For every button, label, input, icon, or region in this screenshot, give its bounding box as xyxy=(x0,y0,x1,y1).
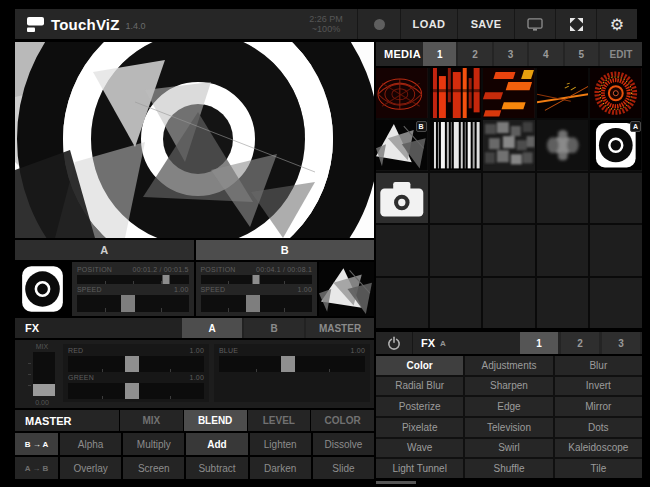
fx-power-button[interactable] xyxy=(376,332,413,354)
save-button[interactable]: SAVE xyxy=(457,9,514,39)
effect-button-posterize[interactable]: Posterize xyxy=(376,397,463,416)
master-tab-level[interactable]: LEVEL xyxy=(248,410,311,431)
media-slot-empty[interactable] xyxy=(483,278,535,328)
media-thumb-gray-symmetric-blob[interactable] xyxy=(537,120,589,170)
effect-button-adjustments[interactable]: Adjustments xyxy=(465,356,552,375)
blend-mode-screen[interactable]: Screen xyxy=(123,457,184,479)
media-slot-empty[interactable] xyxy=(430,173,482,223)
media-tab-2[interactable]: 2 xyxy=(458,42,491,66)
media-thumb-gray-noise-blocks[interactable] xyxy=(483,120,535,170)
effect-button-kaleidoscope[interactable]: Kaleidoscope xyxy=(555,439,642,458)
deck-b-position-slider[interactable] xyxy=(201,275,313,284)
media-slot-empty[interactable] xyxy=(430,278,482,328)
media-slot-camera[interactable] xyxy=(376,173,428,223)
effect-button-shuffle[interactable]: Shuffle xyxy=(465,459,552,478)
media-thumb-white-barcode-bars[interactable] xyxy=(430,120,482,170)
speed-handle[interactable] xyxy=(246,295,260,312)
media-slot-empty[interactable] xyxy=(376,278,428,328)
media-thumb-red-radial-burst[interactable] xyxy=(590,68,642,118)
effect-button-tile[interactable]: Tile xyxy=(555,459,642,478)
effect-button-radial-blur[interactable]: Radial Blur xyxy=(376,377,463,396)
deck-b-speed-slider[interactable] xyxy=(201,295,313,312)
media-thumb-orange-light-streaks[interactable] xyxy=(537,68,589,118)
external-display-button[interactable] xyxy=(514,9,555,39)
media-slot-empty[interactable] xyxy=(537,173,589,223)
fx-panel-tab-2[interactable]: 2 xyxy=(561,332,599,354)
master-tab-mix[interactable]: MIX xyxy=(120,410,183,431)
deck-b-thumbnail[interactable] xyxy=(319,262,374,316)
effect-button-edge[interactable]: Edge xyxy=(465,397,552,416)
effect-button-pixelate[interactable]: Pixelate xyxy=(376,418,463,437)
red-handle[interactable] xyxy=(125,356,139,372)
tab-deck-a[interactable]: A xyxy=(15,240,194,260)
fx-tab-master[interactable]: MASTER xyxy=(306,318,374,338)
effects-scrollbar[interactable] xyxy=(376,481,416,484)
blend-mode-darken[interactable]: Darken xyxy=(250,457,311,479)
green-slider[interactable] xyxy=(68,383,204,399)
blend-mode-alpha[interactable]: Alpha xyxy=(60,433,121,455)
media-thumb-red-glitch-bars[interactable] xyxy=(430,68,482,118)
effect-button-wave[interactable]: Wave xyxy=(376,439,463,458)
fx-mix-slider[interactable] xyxy=(33,352,55,396)
blend-mode-multiply[interactable]: Multiply xyxy=(123,433,184,455)
media-slot-empty[interactable] xyxy=(483,173,535,223)
deck-a-speed-slider[interactable] xyxy=(77,295,189,312)
media-tab-edit[interactable]: EDIT xyxy=(600,42,642,66)
media-thumb-red-wireframe-tunnel[interactable] xyxy=(376,68,428,118)
deck-a-thumbnail[interactable] xyxy=(15,262,70,316)
blue-slider[interactable] xyxy=(219,356,365,372)
output-preview[interactable] xyxy=(15,42,374,238)
effect-button-television[interactable]: Television xyxy=(465,418,552,437)
fx-panel-tab-3[interactable]: 3 xyxy=(602,332,640,354)
mix-handle[interactable] xyxy=(33,384,55,396)
settings-button[interactable]: ⚙ xyxy=(596,9,637,39)
effect-button-invert[interactable]: Invert xyxy=(555,377,642,396)
blend-mode-add[interactable]: Add xyxy=(186,433,247,455)
media-slot-empty[interactable] xyxy=(590,225,642,275)
tab-deck-b[interactable]: B xyxy=(196,240,375,260)
media-thumb-orange-diagonal-glitch[interactable] xyxy=(483,68,535,118)
effect-button-light-tunnel[interactable]: Light Tunnel xyxy=(376,459,463,478)
media-slot-empty[interactable] xyxy=(537,225,589,275)
media-slot-empty[interactable] xyxy=(376,225,428,275)
routing-a-to-b[interactable]: A → B xyxy=(15,457,58,479)
fx-tab-b[interactable]: B xyxy=(244,318,304,338)
position-handle[interactable] xyxy=(253,275,260,284)
media-thumb-bw-concentric-circles[interactable]: A xyxy=(590,120,642,170)
speed-handle[interactable] xyxy=(121,295,135,312)
fx-tab-a[interactable]: A xyxy=(182,318,242,338)
blend-mode-dissolve[interactable]: Dissolve xyxy=(313,433,374,455)
position-handle[interactable] xyxy=(163,275,170,284)
effect-button-swirl[interactable]: Swirl xyxy=(465,439,552,458)
media-slot-empty[interactable] xyxy=(430,225,482,275)
effect-button-dots[interactable]: Dots xyxy=(555,418,642,437)
blend-mode-subtract[interactable]: Subtract xyxy=(186,457,247,479)
media-slot-empty[interactable] xyxy=(483,225,535,275)
media-tab-3[interactable]: 3 xyxy=(494,42,527,66)
deck-a-position-slider[interactable] xyxy=(77,275,189,284)
fx-panel-tab-1[interactable]: 1 xyxy=(520,332,558,354)
media-thumb-gray-triangles[interactable]: B xyxy=(376,120,428,170)
fullscreen-button[interactable] xyxy=(555,9,596,39)
effect-button-mirror[interactable]: Mirror xyxy=(555,397,642,416)
green-handle[interactable] xyxy=(125,383,139,399)
record-button[interactable] xyxy=(357,9,400,39)
media-tab-5[interactable]: 5 xyxy=(565,42,598,66)
media-slot-empty[interactable] xyxy=(590,278,642,328)
routing-b-to-a[interactable]: B → A xyxy=(15,433,58,455)
media-tab-4[interactable]: 4 xyxy=(529,42,562,66)
load-button[interactable]: LOAD xyxy=(400,9,457,39)
effect-button-sharpen[interactable]: Sharpen xyxy=(465,377,552,396)
media-slot-empty[interactable] xyxy=(537,278,589,328)
blend-mode-overlay[interactable]: Overlay xyxy=(60,457,121,479)
effect-button-blur[interactable]: Blur xyxy=(555,356,642,375)
red-slider[interactable] xyxy=(68,356,204,372)
blend-mode-lighten[interactable]: Lighten xyxy=(250,433,311,455)
blend-mode-slide[interactable]: Slide xyxy=(313,457,374,479)
blue-handle[interactable] xyxy=(281,356,295,372)
master-tab-color[interactable]: COLOR xyxy=(311,410,374,431)
media-tab-1[interactable]: 1 xyxy=(423,42,456,66)
master-tab-blend[interactable]: BLEND xyxy=(184,410,247,431)
media-slot-empty[interactable] xyxy=(590,173,642,223)
effect-button-color[interactable]: Color xyxy=(376,356,463,375)
